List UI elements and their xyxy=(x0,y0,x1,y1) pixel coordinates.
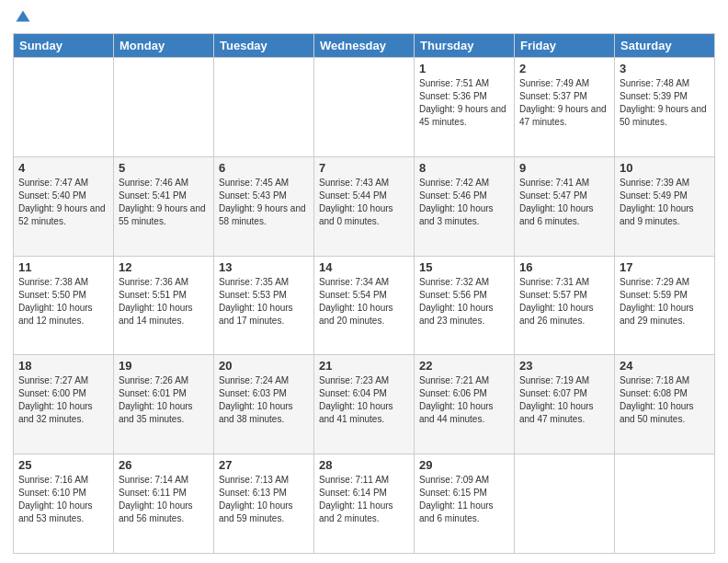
day-info: Sunrise: 7:23 AM Sunset: 6:04 PM Dayligh… xyxy=(319,374,409,426)
day-number: 7 xyxy=(319,161,409,175)
page-header xyxy=(13,9,715,26)
day-number: 14 xyxy=(319,260,409,274)
day-number: 21 xyxy=(319,359,409,373)
calendar-week-row: 11Sunrise: 7:38 AM Sunset: 5:50 PM Dayli… xyxy=(14,256,715,355)
calendar-cell: 9Sunrise: 7:41 AM Sunset: 5:47 PM Daylig… xyxy=(515,156,615,256)
day-info: Sunrise: 7:48 AM Sunset: 5:39 PM Dayligh… xyxy=(620,77,710,129)
calendar-cell: 4Sunrise: 7:47 AM Sunset: 5:40 PM Daylig… xyxy=(14,156,114,256)
day-number: 12 xyxy=(119,260,209,274)
day-number: 28 xyxy=(319,458,409,472)
logo xyxy=(13,9,31,26)
day-info: Sunrise: 7:19 AM Sunset: 6:07 PM Dayligh… xyxy=(519,374,609,426)
day-number: 18 xyxy=(18,359,108,373)
calendar-cell xyxy=(314,58,415,157)
day-number: 5 xyxy=(119,161,209,175)
day-info: Sunrise: 7:24 AM Sunset: 6:03 PM Dayligh… xyxy=(219,374,309,426)
svg-marker-0 xyxy=(17,11,30,22)
calendar-cell: 3Sunrise: 7:48 AM Sunset: 5:39 PM Daylig… xyxy=(615,58,715,157)
day-info: Sunrise: 7:49 AM Sunset: 5:37 PM Dayligh… xyxy=(519,77,609,129)
calendar-cell: 6Sunrise: 7:45 AM Sunset: 5:43 PM Daylig… xyxy=(214,156,314,256)
day-of-week-header: Thursday xyxy=(415,34,515,58)
day-number: 20 xyxy=(219,359,309,373)
day-info: Sunrise: 7:51 AM Sunset: 5:36 PM Dayligh… xyxy=(419,77,509,129)
calendar-cell: 29Sunrise: 7:09 AM Sunset: 6:15 PM Dayli… xyxy=(415,454,515,554)
day-info: Sunrise: 7:27 AM Sunset: 6:00 PM Dayligh… xyxy=(18,374,108,426)
day-info: Sunrise: 7:32 AM Sunset: 5:56 PM Dayligh… xyxy=(419,276,509,327)
day-number: 27 xyxy=(219,458,309,472)
day-info: Sunrise: 7:35 AM Sunset: 5:53 PM Dayligh… xyxy=(219,276,309,327)
day-number: 13 xyxy=(219,260,309,274)
day-info: Sunrise: 7:36 AM Sunset: 5:51 PM Dayligh… xyxy=(119,276,209,327)
calendar-cell: 19Sunrise: 7:26 AM Sunset: 6:01 PM Dayli… xyxy=(114,355,214,454)
day-number: 8 xyxy=(419,161,509,175)
calendar-header-row: SundayMondayTuesdayWednesdayThursdayFrid… xyxy=(14,34,715,58)
day-number: 10 xyxy=(620,161,710,175)
day-info: Sunrise: 7:21 AM Sunset: 6:06 PM Dayligh… xyxy=(419,374,509,426)
day-number: 3 xyxy=(620,62,710,75)
day-of-week-header: Wednesday xyxy=(314,34,415,58)
calendar-cell: 2Sunrise: 7:49 AM Sunset: 5:37 PM Daylig… xyxy=(515,58,615,157)
day-number: 2 xyxy=(519,62,609,75)
calendar-cell: 22Sunrise: 7:21 AM Sunset: 6:06 PM Dayli… xyxy=(415,355,515,454)
day-info: Sunrise: 7:29 AM Sunset: 5:59 PM Dayligh… xyxy=(620,276,710,327)
day-number: 24 xyxy=(620,359,710,373)
day-info: Sunrise: 7:18 AM Sunset: 6:08 PM Dayligh… xyxy=(620,374,710,426)
calendar-cell: 13Sunrise: 7:35 AM Sunset: 5:53 PM Dayli… xyxy=(214,256,314,355)
day-number: 1 xyxy=(419,62,509,75)
calendar-cell: 14Sunrise: 7:34 AM Sunset: 5:54 PM Dayli… xyxy=(314,256,415,355)
calendar-week-row: 18Sunrise: 7:27 AM Sunset: 6:00 PM Dayli… xyxy=(14,355,715,454)
day-info: Sunrise: 7:42 AM Sunset: 5:46 PM Dayligh… xyxy=(419,177,509,228)
calendar-cell: 26Sunrise: 7:14 AM Sunset: 6:11 PM Dayli… xyxy=(114,454,214,554)
day-info: Sunrise: 7:14 AM Sunset: 6:11 PM Dayligh… xyxy=(119,474,209,525)
day-number: 6 xyxy=(219,161,309,175)
calendar-cell: 15Sunrise: 7:32 AM Sunset: 5:56 PM Dayli… xyxy=(415,256,515,355)
calendar-cell xyxy=(14,58,114,157)
calendar-cell: 20Sunrise: 7:24 AM Sunset: 6:03 PM Dayli… xyxy=(214,355,314,454)
calendar-cell: 28Sunrise: 7:11 AM Sunset: 6:14 PM Dayli… xyxy=(314,454,415,554)
calendar-cell: 12Sunrise: 7:36 AM Sunset: 5:51 PM Dayli… xyxy=(114,256,214,355)
calendar-cell: 24Sunrise: 7:18 AM Sunset: 6:08 PM Dayli… xyxy=(615,355,715,454)
day-info: Sunrise: 7:34 AM Sunset: 5:54 PM Dayligh… xyxy=(319,276,409,327)
day-info: Sunrise: 7:31 AM Sunset: 5:57 PM Dayligh… xyxy=(519,276,609,327)
calendar-cell: 27Sunrise: 7:13 AM Sunset: 6:13 PM Dayli… xyxy=(214,454,314,554)
calendar-cell: 21Sunrise: 7:23 AM Sunset: 6:04 PM Dayli… xyxy=(314,355,415,454)
day-number: 22 xyxy=(419,359,509,373)
calendar-cell: 7Sunrise: 7:43 AM Sunset: 5:44 PM Daylig… xyxy=(314,156,415,256)
day-number: 17 xyxy=(620,260,710,274)
day-number: 26 xyxy=(119,458,209,472)
calendar-table: SundayMondayTuesdayWednesdayThursdayFrid… xyxy=(13,33,715,554)
day-info: Sunrise: 7:39 AM Sunset: 5:49 PM Dayligh… xyxy=(620,177,710,228)
calendar-cell: 1Sunrise: 7:51 AM Sunset: 5:36 PM Daylig… xyxy=(415,58,515,157)
day-info: Sunrise: 7:38 AM Sunset: 5:50 PM Dayligh… xyxy=(18,276,108,327)
calendar-cell: 17Sunrise: 7:29 AM Sunset: 5:59 PM Dayli… xyxy=(615,256,715,355)
day-info: Sunrise: 7:11 AM Sunset: 6:14 PM Dayligh… xyxy=(319,474,409,525)
day-info: Sunrise: 7:09 AM Sunset: 6:15 PM Dayligh… xyxy=(419,474,509,525)
calendar-week-row: 4Sunrise: 7:47 AM Sunset: 5:40 PM Daylig… xyxy=(14,156,715,256)
day-of-week-header: Saturday xyxy=(615,34,715,58)
calendar-cell xyxy=(214,58,314,157)
day-info: Sunrise: 7:43 AM Sunset: 5:44 PM Dayligh… xyxy=(319,177,409,228)
day-of-week-header: Monday xyxy=(114,34,214,58)
day-number: 11 xyxy=(18,260,108,274)
day-info: Sunrise: 7:47 AM Sunset: 5:40 PM Dayligh… xyxy=(18,177,108,228)
day-number: 4 xyxy=(18,161,108,175)
calendar-week-row: 25Sunrise: 7:16 AM Sunset: 6:10 PM Dayli… xyxy=(14,454,715,554)
calendar-week-row: 1Sunrise: 7:51 AM Sunset: 5:36 PM Daylig… xyxy=(14,58,715,157)
day-info: Sunrise: 7:46 AM Sunset: 5:41 PM Dayligh… xyxy=(119,177,209,228)
day-info: Sunrise: 7:26 AM Sunset: 6:01 PM Dayligh… xyxy=(119,374,209,426)
calendar-cell: 5Sunrise: 7:46 AM Sunset: 5:41 PM Daylig… xyxy=(114,156,214,256)
calendar-cell: 10Sunrise: 7:39 AM Sunset: 5:49 PM Dayli… xyxy=(615,156,715,256)
day-info: Sunrise: 7:13 AM Sunset: 6:13 PM Dayligh… xyxy=(219,474,309,525)
day-number: 15 xyxy=(419,260,509,274)
day-number: 16 xyxy=(519,260,609,274)
calendar-cell xyxy=(615,454,715,554)
calendar-cell: 23Sunrise: 7:19 AM Sunset: 6:07 PM Dayli… xyxy=(515,355,615,454)
day-number: 29 xyxy=(419,458,509,472)
day-of-week-header: Friday xyxy=(515,34,615,58)
day-info: Sunrise: 7:45 AM Sunset: 5:43 PM Dayligh… xyxy=(219,177,309,228)
day-number: 19 xyxy=(119,359,209,373)
calendar-cell xyxy=(515,454,615,554)
day-number: 25 xyxy=(18,458,108,472)
calendar-cell: 18Sunrise: 7:27 AM Sunset: 6:00 PM Dayli… xyxy=(14,355,114,454)
calendar-cell: 25Sunrise: 7:16 AM Sunset: 6:10 PM Dayli… xyxy=(14,454,114,554)
